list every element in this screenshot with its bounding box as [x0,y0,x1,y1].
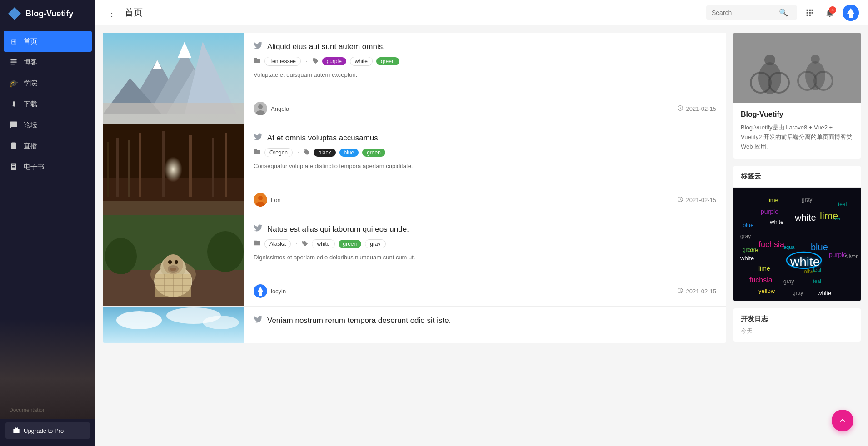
post-body: At et omnis voluptas accusamus. Oregon ·… [244,124,726,215]
tag-cloud-word[interactable]: teal [813,267,821,273]
site-hero-image [733,33,861,103]
svg-point-35 [105,238,137,274]
post-card: Veniam nostrum rerum tempora deserunt od… [103,307,726,343]
tag-cloud-word[interactable]: white [818,290,831,297]
search-icon[interactable]: 🔍 [779,8,788,17]
post-title[interactable]: Veniam nostrum rerum tempora deserunt od… [267,316,451,325]
post-thumbnail [103,215,244,306]
tag-icon [312,58,319,65]
sidebar-item-live[interactable]: 直播 [0,135,95,156]
tag-black[interactable]: black [314,149,335,157]
tag-cloud-word[interactable]: gray [802,197,812,203]
post-body: Natus est alias qui laborum qui eos unde… [244,215,726,306]
sidebar-item-forum[interactable]: 论坛 [0,114,95,135]
tag-gray[interactable]: gray [365,239,385,248]
svg-rect-67 [733,33,861,103]
tag-cloud-word[interactable]: teal [838,201,847,208]
upgrade-label: Upgrade to Pro [24,427,64,434]
post-footer: Angela 2021-02-15 [254,102,716,115]
svg-point-4 [13,147,14,148]
post-thumbnail [103,33,244,124]
sidebar-item-download[interactable]: ⬇ 下载 [0,94,95,114]
post-thumbnail [103,307,244,343]
tag-cloud-word[interactable]: purple [761,208,778,215]
svg-point-54 [116,311,162,329]
notification-bell[interactable]: 5 [823,5,837,20]
author-name: locyin [271,288,286,295]
tag-cloud-widget: 标签云 limegraypurplebluewhitewhitelimeteal… [733,166,861,301]
post-author: locyin [254,284,286,298]
tag-cloud-word[interactable]: teal [813,278,821,284]
tag-cloud-word[interactable]: white [795,213,816,223]
sidebar: Blog-Vuetify ⊞ 首页 博客 🎓 学院 ⬇ 下载 论坛 [0,0,95,446]
tag-cloud-word[interactable]: lime [768,197,778,203]
svg-point-56 [203,316,239,329]
tag-cloud-word[interactable]: green [743,247,757,253]
blog-icon [9,58,18,67]
tag-green[interactable]: green [362,149,385,157]
category-tag[interactable]: Alaska [264,239,291,248]
post-meta: Tennessee · purple white green [254,57,716,66]
tag-cloud-word[interactable]: blue [811,242,828,253]
post-card: Aliquid eius aut sunt autem omnis. Tenne… [103,33,726,124]
tag-cloud-word[interactable]: fuchsia [758,240,784,249]
tag-cloud-word[interactable]: white [770,218,783,225]
tag-cloud-word[interactable]: yellow [758,287,775,294]
clock-icon [677,287,683,295]
sidebar-item-ebook[interactable]: 电子书 [0,156,95,177]
svg-rect-0 [10,59,17,60]
svg-rect-3 [11,143,16,149]
category-tag[interactable]: Oregon [264,148,293,157]
svg-point-49 [168,260,172,264]
apps-icon[interactable] [803,5,817,20]
scroll-top-button[interactable] [832,410,853,431]
sidebar-item-blog[interactable]: 博客 [0,52,95,73]
tag-green[interactable]: green [339,240,362,248]
sidebar-label-forum: 论坛 [24,121,37,129]
author-avatar [254,284,267,298]
tag-cloud-word[interactable]: gray [793,290,803,296]
folder-icon [254,57,261,66]
author-avatar [254,193,267,207]
svg-point-50 [175,260,178,264]
post-footer: Lon 2021-02-15 [254,193,716,207]
tag-cloud-word[interactable]: blue [743,222,754,228]
post-title[interactable]: Aliquid eius aut sunt autem omnis. [267,42,385,51]
tag-blue[interactable]: blue [339,149,359,157]
tag-cloud-word[interactable]: gray [740,233,751,239]
svg-point-16 [258,104,263,109]
tag-cloud-word[interactable]: fuchsia [749,276,773,284]
tag-cloud-word[interactable]: lime [758,265,770,272]
sidebar-logo[interactable]: Blog-Vuetify [0,0,95,27]
tag-cloud-word[interactable]: white [740,255,754,262]
tag-green[interactable]: green [376,57,399,65]
upgrade-to-pro-button[interactable]: Upgrade to Pro [5,422,90,439]
tag-cloud-word[interactable]: silver [845,253,858,260]
site-widget-desc: Blog-Vuetify是由 Larave8 + Vue2 + Vuetify2… [741,123,853,151]
content-area: Aliquid eius aut sunt autem omnis. Tenne… [95,25,868,446]
user-avatar[interactable] [843,5,859,21]
tag-white[interactable]: white [312,239,334,248]
menu-button[interactable]: ⋮ [105,5,119,20]
ebook-icon [9,162,18,171]
post-title[interactable]: At et omnis voluptas accusamus. [267,134,380,143]
author-name: Lon [271,197,281,203]
sidebar-item-academy[interactable]: 🎓 学院 [0,73,95,94]
tag-cloud-word[interactable]: teal [833,216,842,221]
notification-badge: 5 [829,6,836,14]
sidebar-label-ebook: 电子书 [24,163,44,171]
post-title[interactable]: Natus est alias qui laborum qui eos unde… [267,225,409,234]
search-input[interactable] [712,9,775,16]
category-tag[interactable]: Tennessee [264,57,301,66]
tag-cloud-word[interactable]: aqua [783,244,794,250]
sidebar-label-home: 首页 [24,37,37,46]
tag-white[interactable]: white [350,57,373,66]
tag-purple[interactable]: purple [322,57,346,65]
post-date: 2021-02-15 [677,196,717,204]
tag-cloud-word[interactable]: gray [783,278,794,285]
twitter-icon [254,132,263,144]
twitter-icon [254,315,263,326]
sidebar-item-home[interactable]: ⊞ 首页 [4,31,92,52]
tag-cloud-word[interactable]: purple [829,251,847,258]
post-meta: Oregon · black blue green [254,148,716,157]
